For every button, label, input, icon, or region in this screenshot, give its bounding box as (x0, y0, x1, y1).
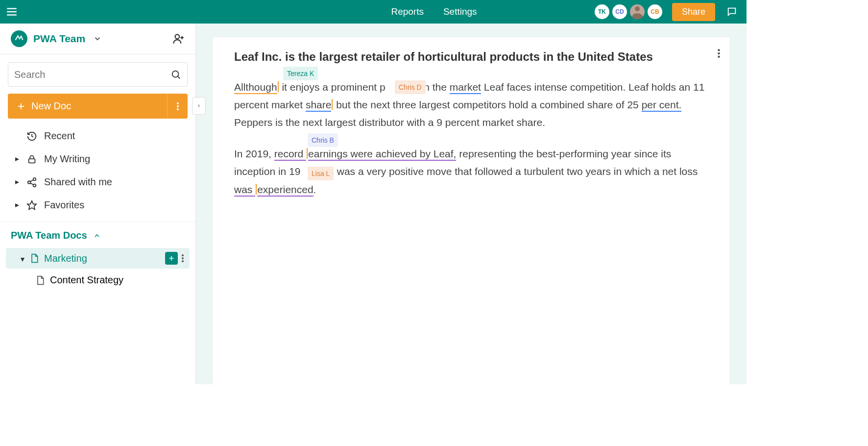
text: In 2019, (234, 148, 274, 159)
folder-label: Marketing (44, 253, 87, 264)
chevron-down-icon[interactable] (93, 34, 102, 43)
search-icon (170, 69, 181, 80)
svg-line-19 (30, 179, 33, 181)
sidebar: PWA Team New Doc (0, 24, 196, 384)
add-doc-button[interactable] (165, 252, 178, 265)
text: was a very positive move that followed a… (334, 166, 698, 177)
expand-icon[interactable] (15, 203, 20, 208)
nav-label: Shared with me (44, 176, 112, 188)
share-icon (26, 177, 37, 188)
search-box[interactable] (8, 62, 188, 87)
text-underline-purple: was (234, 184, 255, 197)
expand-icon[interactable] (15, 157, 20, 162)
svg-marker-21 (15, 203, 19, 207)
team-logo-icon (11, 30, 27, 47)
text-underline-blue: per cent. (642, 99, 682, 112)
doc-more-button[interactable] (718, 49, 720, 60)
comments-icon[interactable] (722, 2, 742, 22)
plus-icon (17, 102, 25, 111)
team-docs-label: PWA Team Docs (11, 230, 87, 241)
presence-tag-chrisd: Chris D (395, 80, 426, 94)
svg-point-10 (177, 102, 179, 104)
chevron-left-icon (196, 102, 201, 109)
team-docs-section[interactable]: PWA Team Docs (0, 222, 195, 247)
presence-tag-lisa: Lisa L (308, 167, 334, 180)
user-avatar-cb[interactable]: CB (648, 4, 662, 19)
svg-rect-14 (29, 159, 35, 163)
svg-line-7 (178, 76, 180, 79)
user-avatar-tk[interactable]: TK (595, 4, 609, 19)
paragraph[interactable]: Chris B Lisa L In 2019, record earnings … (234, 145, 708, 198)
presence-users: TK CD CB Lisa L (595, 4, 662, 19)
text-underline-purple: record (274, 148, 306, 161)
svg-point-26 (182, 254, 184, 256)
svg-marker-13 (15, 157, 19, 161)
sidebar-collapse-button[interactable] (192, 97, 206, 115)
plus-icon (168, 255, 175, 262)
document-icon (29, 253, 39, 264)
nav-shared[interactable]: Shared with me (0, 171, 195, 194)
svg-point-18 (33, 184, 36, 187)
cursor-orange (256, 184, 257, 195)
document: Leaf Inc. is the largest retailer of hor… (213, 37, 730, 384)
text: but the next three largest competitors h… (333, 99, 641, 110)
share-button[interactable]: Share (672, 3, 715, 21)
presence-tag-chrisb: Chris B (308, 133, 338, 147)
svg-point-16 (33, 177, 36, 180)
text: Peppers is the next largest distributor … (234, 117, 545, 128)
text-underline-blue: market (450, 81, 481, 94)
svg-point-29 (718, 49, 720, 51)
svg-marker-22 (27, 200, 36, 209)
new-doc-button[interactable]: New Doc (8, 94, 167, 119)
text-underline-blue: share (306, 99, 332, 112)
svg-point-27 (182, 257, 184, 259)
svg-point-11 (177, 105, 179, 107)
collapse-icon[interactable] (21, 253, 24, 264)
svg-point-30 (718, 52, 720, 55)
star-icon (26, 200, 37, 211)
svg-point-28 (182, 260, 184, 262)
cursor-orange (278, 81, 279, 92)
svg-line-20 (30, 183, 33, 185)
nav-recent[interactable]: Recent (0, 124, 195, 148)
text-underline-purple: earnings were achieved by Leaf, (308, 148, 456, 161)
kebab-icon (718, 49, 720, 58)
nav-label: Recent (44, 130, 75, 142)
svg-marker-23 (21, 258, 24, 262)
paragraph[interactable]: Tereza K Chris D Allthough it enjoys a p… (234, 78, 708, 131)
folder-marketing[interactable]: Marketing (6, 248, 190, 269)
cursor-orange (307, 148, 308, 159)
new-doc-label: New Doc (31, 100, 71, 112)
search-input[interactable] (14, 69, 170, 80)
svg-marker-15 (15, 180, 19, 184)
svg-point-31 (718, 56, 720, 58)
svg-point-17 (28, 181, 31, 184)
add-user-icon[interactable] (172, 32, 185, 45)
user-avatar-cd[interactable]: CD (612, 4, 627, 19)
new-doc-more-button[interactable] (167, 94, 188, 119)
svg-point-6 (172, 71, 179, 77)
svg-point-12 (177, 108, 179, 110)
document-icon (35, 275, 45, 286)
text: . (313, 184, 316, 195)
nav-my-writing[interactable]: My Writing (0, 148, 195, 171)
doc-content-strategy[interactable]: Content Strategy (6, 271, 190, 290)
team-switcher[interactable]: PWA Team (0, 24, 195, 54)
text-underline-orange: Allthough (234, 81, 277, 94)
kebab-icon (177, 102, 179, 110)
doc-label: Content Strategy (50, 274, 123, 286)
nav-favorites[interactable]: Favorites (0, 194, 195, 217)
top-bar: Reports Settings TK CD CB Lisa L Share (0, 0, 747, 24)
svg-point-3 (175, 34, 180, 39)
doc-title[interactable]: Leaf Inc. is the largest retailer of hor… (234, 50, 708, 64)
chevron-up-icon (93, 232, 101, 240)
nav-label: Favorites (44, 199, 84, 211)
kebab-icon[interactable] (182, 254, 184, 262)
lock-icon (26, 154, 37, 165)
user-avatar-lisa[interactable] (630, 4, 645, 19)
history-icon (26, 131, 37, 142)
hamburger-menu[interactable] (0, 0, 24, 24)
team-name: PWA Team (33, 33, 85, 45)
text: it enjoys a prominent p (279, 81, 386, 93)
expand-icon[interactable] (15, 180, 20, 185)
